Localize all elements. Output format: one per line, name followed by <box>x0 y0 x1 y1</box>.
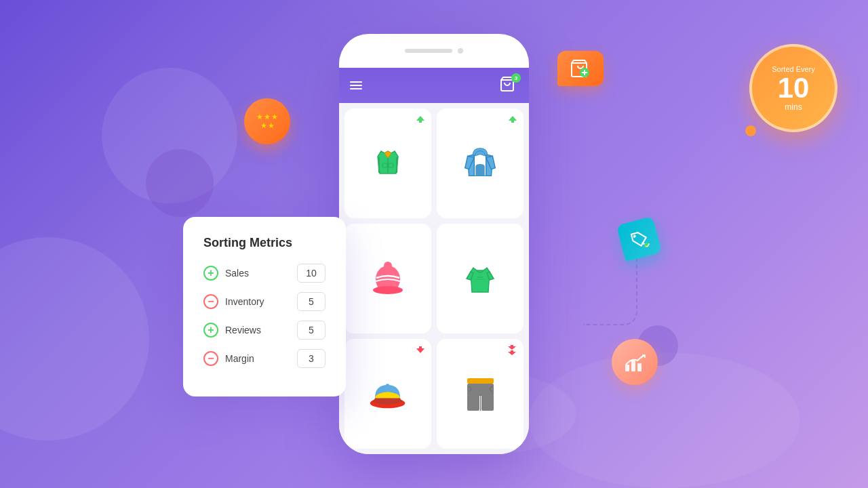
sales-value: 10 <box>297 264 326 283</box>
product-cell-tshirt <box>437 224 524 333</box>
phone-notch <box>405 49 452 53</box>
reviews-label: Reviews <box>225 325 297 336</box>
cart-notification-icon <box>570 58 591 79</box>
cart-button[interactable]: 3 <box>499 76 518 95</box>
cap-svg <box>368 374 408 413</box>
stars-row-1: ★ ★ ★ <box>256 113 278 121</box>
price-tag-icon <box>627 227 650 250</box>
rank-vest <box>415 114 426 127</box>
metric-row-reviews: + Reviews 5 <box>203 321 326 340</box>
svg-point-6 <box>373 286 403 294</box>
product-tshirt <box>460 258 500 299</box>
metric-row-margin: − Margin 3 <box>203 349 326 368</box>
metrics-card: Sorting Metrics + Sales 10 − Inventory 5… <box>183 217 346 396</box>
phone-header: 3 <box>339 68 529 103</box>
stars-badge: ★ ★ ★ ★ ★ <box>244 98 290 144</box>
inventory-icon: − <box>203 294 218 309</box>
star-4: ★ <box>260 121 267 130</box>
phone-mockup: 3 <box>339 34 529 454</box>
svg-point-21 <box>643 242 650 249</box>
rank-hoodie <box>507 114 518 127</box>
arrow-down-icon <box>415 344 426 355</box>
hamburger-line-3 <box>350 88 362 89</box>
analytics-icon <box>623 350 647 374</box>
product-cell-hoodie <box>437 108 524 218</box>
purple-circle-1 <box>146 149 214 217</box>
cart-notification <box>557 51 604 86</box>
svg-rect-14 <box>481 394 494 411</box>
phone-top <box>339 34 529 68</box>
hamburger-line-1 <box>350 81 362 83</box>
metrics-title: Sorting Metrics <box>203 236 326 250</box>
svg-point-20 <box>633 235 636 238</box>
products-grid <box>339 103 529 454</box>
star-2: ★ <box>264 113 271 121</box>
margin-label: Margin <box>225 353 297 364</box>
arrow-up-icon <box>415 114 426 125</box>
metric-row-sales: + Sales 10 <box>203 264 326 283</box>
inventory-value: 5 <box>297 292 326 311</box>
product-pants <box>460 373 500 414</box>
inventory-label: Inventory <box>225 296 297 307</box>
product-hoodie <box>460 143 500 184</box>
svg-rect-13 <box>467 394 479 411</box>
sales-label: Sales <box>225 268 297 279</box>
reviews-value: 5 <box>297 321 326 340</box>
product-cell-cap <box>344 339 431 449</box>
svg-point-10 <box>386 384 390 388</box>
svg-rect-23 <box>631 361 635 371</box>
sales-icon: + <box>203 266 218 281</box>
sorted-badge: Sorted Every 10 mins <box>749 44 837 132</box>
rank-cap <box>415 344 426 357</box>
hamburger-line-2 <box>350 85 362 86</box>
sorted-label-line2: mins <box>785 102 802 112</box>
hoodie-svg <box>460 142 500 184</box>
star-3: ★ <box>271 113 278 121</box>
product-cell-vest <box>344 108 431 218</box>
metric-row-inventory: − Inventory 5 <box>203 292 326 311</box>
star-5: ★ <box>268 121 275 130</box>
product-beanie <box>368 258 408 299</box>
sorted-dot <box>745 125 756 136</box>
stars-row-2: ★ ★ <box>260 121 275 130</box>
product-cell-beanie <box>344 224 431 333</box>
phone-camera <box>458 48 463 54</box>
margin-icon: − <box>203 351 218 366</box>
margin-value: 3 <box>297 349 326 368</box>
product-vest <box>368 143 408 184</box>
hamburger-icon[interactable] <box>350 81 362 89</box>
svg-rect-24 <box>637 363 642 371</box>
svg-rect-22 <box>625 365 629 371</box>
analytics-badge <box>612 339 658 385</box>
rank-pants <box>506 344 518 359</box>
star-1: ★ <box>256 113 263 121</box>
beanie-svg <box>368 259 408 298</box>
svg-rect-11 <box>467 378 494 384</box>
arrow-down-double-icon <box>506 344 518 357</box>
product-cell-pants <box>437 339 524 449</box>
cart-badge: 3 <box>511 73 521 83</box>
arrow-up-icon-2 <box>507 114 518 125</box>
tshirt-svg <box>460 258 500 299</box>
bg-blob-1 <box>0 237 149 441</box>
vest-svg <box>368 143 408 184</box>
phone-screen: 3 <box>339 68 529 454</box>
product-cap <box>368 373 408 414</box>
sorted-number: 10 <box>778 74 810 102</box>
reviews-icon: + <box>203 323 218 338</box>
pants-svg <box>462 373 499 415</box>
